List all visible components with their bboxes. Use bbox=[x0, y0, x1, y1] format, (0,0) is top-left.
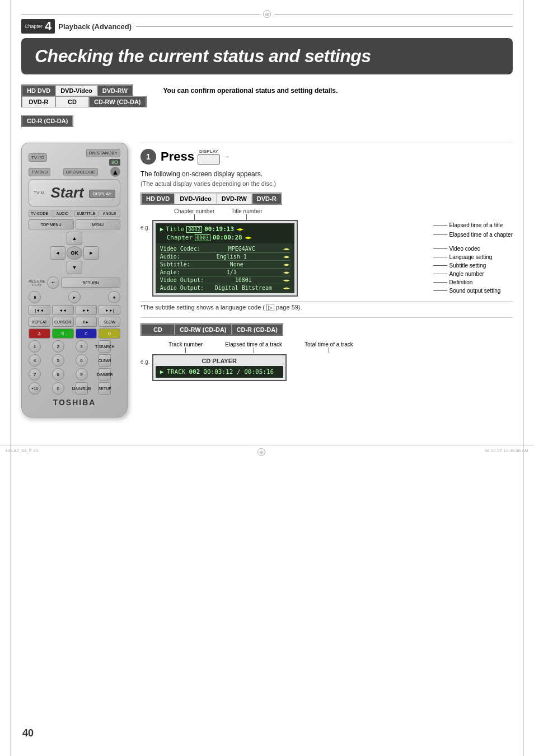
num-1-button[interactable]: 1 bbox=[29, 340, 41, 353]
osd-display-area: ▶ Title 0002 00:19:13 ◄► Chapter 0003 00… bbox=[152, 220, 428, 297]
prev-chapter-button[interactable]: |◄◄ bbox=[29, 305, 50, 315]
a-button[interactable]: A bbox=[29, 328, 50, 339]
rewind-button[interactable]: ◄◄ bbox=[52, 305, 74, 315]
top-menu-button[interactable]: TOP MENU bbox=[29, 219, 74, 229]
num-9-button[interactable]: 9 bbox=[76, 368, 88, 381]
repeat-button[interactable]: REPEAT bbox=[29, 317, 50, 327]
d-button[interactable]: D bbox=[99, 328, 120, 339]
osd-video-output-label: Video Output: bbox=[160, 277, 204, 283]
play-icon-dvd: ▶ bbox=[160, 226, 164, 233]
c-button[interactable]: C bbox=[76, 328, 97, 339]
right-annotations: Elapsed time of a title Elapsed time of … bbox=[433, 222, 513, 294]
cursor-button[interactable]: CURSOR bbox=[52, 317, 74, 327]
cd-time: 00:03:12 / 00:05:16 bbox=[203, 368, 274, 375]
on-standby-button[interactable]: ON/STANDBY bbox=[86, 149, 120, 157]
ann-text-definition: Definition bbox=[449, 279, 473, 285]
ok-button[interactable]: OK bbox=[67, 246, 82, 260]
subtitle-note: *The subtitle setting shows a language c… bbox=[140, 301, 513, 313]
main-sub-button[interactable]: MAIN/SUB bbox=[76, 382, 88, 395]
nav-left-button[interactable]: ◄ bbox=[50, 246, 65, 260]
osd-chapter-label: Chapter bbox=[167, 234, 193, 241]
osd-info-section: Video Codec: MPEG4AVC ◄► Audio: English … bbox=[156, 243, 294, 293]
angle-button[interactable]: ANGLE bbox=[99, 210, 120, 217]
cd-osd-area: e.g. CD PLAYER ▶ TRACK 002 00:03:12 / 00… bbox=[140, 354, 513, 381]
num-0-button[interactable]: 0 bbox=[52, 382, 64, 395]
ann-line-1 bbox=[433, 225, 447, 226]
page-number: 40 bbox=[22, 727, 34, 739]
cd-track-label-osd: TRACK bbox=[167, 368, 185, 375]
tv-io-button[interactable]: TV I/Ö bbox=[29, 153, 47, 162]
cd-screen-box: CD PLAYER ▶ TRACK 002 00:03:12 / 00:05:1… bbox=[152, 354, 287, 381]
play-button[interactable]: ► bbox=[68, 291, 81, 303]
display-button[interactable]: DISPLAY bbox=[89, 190, 115, 198]
resume-label: RESUMEPL.AY bbox=[29, 279, 45, 287]
nav-up-button[interactable]: ▲ bbox=[67, 232, 82, 245]
setup-button[interactable]: SETUP bbox=[99, 382, 111, 395]
ii-right-button[interactable]: II► bbox=[76, 317, 97, 327]
chapter-number: 4 bbox=[45, 20, 51, 32]
plus10-button[interactable]: +10 bbox=[29, 382, 41, 395]
num-7-button[interactable]: 7 bbox=[29, 368, 41, 381]
osd-audio-label: Audio: bbox=[160, 253, 180, 260]
ff-button[interactable]: ►► bbox=[76, 305, 97, 315]
osd-with-annotations: e.g. ▶ Title 0002 00:19:13 ◄► bbox=[140, 220, 513, 297]
num-6-button[interactable]: 6 bbox=[76, 354, 88, 367]
return-button[interactable]: RETURN bbox=[61, 278, 120, 288]
pause-button[interactable]: ⏸ bbox=[29, 291, 41, 303]
chapter-header: Chapter 4 Playback (Advanced) bbox=[21, 19, 513, 34]
ann-line-4 bbox=[433, 257, 447, 257]
osd-chapter-num: 0003 bbox=[195, 234, 210, 241]
content-area: TV I/Ö ON/STANDBY I/O TV/DVD OPEN/CLOSE … bbox=[21, 143, 513, 417]
disc-badge-hddvd: HD DVD bbox=[22, 85, 55, 96]
on-screen-text: The following on-screen display appears. bbox=[140, 170, 513, 178]
tv-code-button[interactable]: TV·CODE bbox=[29, 210, 50, 217]
osd-subtitle-icon: ◄► bbox=[283, 261, 290, 267]
step-1-header: 1 Press DISPLAY → bbox=[140, 143, 513, 165]
resume-button[interactable]: ↩ bbox=[47, 276, 59, 289]
stop-button[interactable]: ■ bbox=[108, 291, 120, 303]
b-button[interactable]: B bbox=[52, 328, 74, 339]
dimmer-button[interactable]: DIMMER bbox=[99, 368, 111, 381]
main-title-banner: Checking the current status and settings bbox=[21, 38, 513, 74]
subtitle-note-text: *The subtitle setting shows a language c… bbox=[140, 304, 265, 311]
subtitle-button[interactable]: SUBTITLE bbox=[74, 210, 97, 217]
top-bar: ⊕ bbox=[21, 6, 513, 18]
disc-badge-cd: CD bbox=[55, 96, 89, 107]
osd-title-label: Title bbox=[166, 226, 184, 233]
num-4-button[interactable]: 4 bbox=[29, 354, 41, 367]
num-8-button[interactable]: 8 bbox=[52, 368, 64, 381]
cd-player-title: CD PLAYER bbox=[156, 358, 283, 364]
nav-right-button[interactable]: ► bbox=[83, 246, 99, 260]
display-key-wrapper: DISPLAY bbox=[198, 149, 220, 165]
ann-angle: Angle number bbox=[433, 271, 513, 277]
cd-player-row: ▶ TRACK 002 00:03:12 / 00:05:16 bbox=[156, 366, 283, 378]
title-ann-line bbox=[246, 214, 247, 220]
ann-line-5 bbox=[433, 265, 447, 266]
cd-above-annotations: Track number Elapsed time of a track Tot… bbox=[168, 341, 513, 353]
display-key[interactable] bbox=[198, 154, 220, 165]
eg-label-cd: e.g. bbox=[140, 359, 150, 365]
io-button[interactable]: I/O bbox=[109, 159, 120, 166]
slow-button[interactable]: SLOW bbox=[99, 317, 120, 327]
osd-angle-label: Angle: bbox=[160, 269, 180, 275]
osd-row-angle: Angle: 1/1 ◄► bbox=[160, 269, 290, 276]
remote-mid-row: TV·CODE AUDIO SUBTITLE ANGLE bbox=[29, 210, 120, 217]
cd-section: CD CD-RW (CD-DA) CD-R (CD-DA) Track numb… bbox=[140, 317, 513, 381]
num-2-button[interactable]: 2 bbox=[52, 340, 64, 353]
t-search-button[interactable]: T.SEARCH bbox=[99, 340, 111, 353]
num-5-button[interactable]: 5 bbox=[52, 354, 64, 367]
osd-video-codec-label: Video Codec: bbox=[160, 246, 200, 252]
nav-down-button[interactable]: ▼ bbox=[67, 261, 82, 274]
num-3-button[interactable]: 3 bbox=[76, 340, 88, 353]
cd-total-line bbox=[329, 348, 329, 353]
open-close-button[interactable]: OPEN/CLOSE bbox=[63, 168, 98, 176]
audio-button[interactable]: AUDIO bbox=[51, 210, 73, 217]
clear-button[interactable]: CLEAR bbox=[99, 354, 111, 367]
ann-definition: Definition bbox=[433, 279, 513, 285]
next-chapter-button[interactable]: ►►| bbox=[99, 305, 120, 315]
ann-language: Language setting bbox=[433, 254, 513, 260]
chapter-ann-line bbox=[194, 214, 195, 220]
menu-button[interactable]: MENU bbox=[76, 219, 121, 229]
tv-dvd-button[interactable]: TV/DVD bbox=[29, 168, 50, 176]
main-title: Checking the current status and settings bbox=[35, 46, 499, 67]
